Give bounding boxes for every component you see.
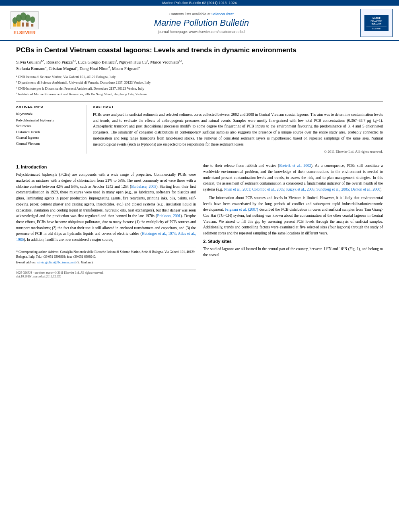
journal-homepage: journal homepage: www.elsevier.com/locat… [43, 30, 360, 34]
elsevier-logo-image [10, 11, 39, 29]
author-romano: Stefania Romano [16, 66, 45, 71]
svg-text:POLLUTION: POLLUTION [371, 20, 383, 22]
sciencedirect-link: Contents lists available at ScienceDirec… [43, 12, 360, 16]
article-info-abstract: ARTICLE INFO Keywords: Polychlorinated b… [16, 105, 383, 154]
copyright: © 2011 Elsevier Ltd. All rights reserved… [93, 150, 383, 154]
affil-c: CNR-Istituto per la Dinamica dei Process… [18, 86, 144, 92]
study-sites-heading: 2. Study sites [203, 239, 383, 244]
doi-line: doi:10.1016/j.marpolbul.2011.02.035 [16, 275, 196, 278]
svg-rect-5 [22, 23, 24, 27]
author-vecchiato: Marco Vecchiato [150, 60, 179, 64]
abstract-text: PCBs were analysed in surficial sediment… [93, 112, 383, 147]
svg-text:MARINE: MARINE [372, 17, 380, 19]
svg-rect-9 [31, 24, 33, 27]
author-piazza: Rossano Piazza [46, 60, 73, 64]
keywords-label: Keywords: [16, 112, 81, 116]
keyword-5: Central Vietnam [16, 141, 81, 146]
keyword-1: Polychlorinated biphenyls [16, 117, 81, 123]
article-info-title: ARTICLE INFO [16, 105, 81, 109]
keyword-2: Sediments [16, 123, 81, 129]
right-para-1: due to their release from rubbish and wa… [203, 163, 383, 193]
svg-rect-7 [26, 23, 29, 27]
footnote-corresponding: * Corresponding author. Address: Consigl… [16, 250, 196, 259]
left-column: 1. Introduction Polychlorinated biphenyl… [16, 163, 196, 278]
affil-b: Dipartimento di Scienze Ambientali, Univ… [18, 80, 151, 86]
authors-line: Silvia Giuliania,*, Rossano Piazzab,c, L… [16, 59, 383, 72]
divider-1 [16, 101, 383, 102]
bottom-bar: 0025-326X/$ - see front matter © 2011 El… [16, 269, 196, 278]
journal-citation-bar: Marine Pollution Bulletin 62 (2011) 1013… [0, 0, 399, 6]
intro-para-1: Polychlorinated biphenyls (PCBs) are com… [16, 172, 196, 243]
author-mugnai: Cristian Mugnai [49, 66, 76, 71]
author-nhon: Dang Hoai Nhon [80, 66, 109, 71]
journal-center-header: Contents lists available at ScienceDirec… [43, 12, 360, 34]
sciencedirect-anchor[interactable]: ScienceDirect [212, 12, 234, 16]
footnote-email: E-mail address: silvia.giuliani@bo.ismar… [16, 260, 196, 265]
mpb-logo: MARINE POLLUTION BULLETIN ELSEVIER [360, 9, 393, 37]
elsevier-logo: ELSEVIER [6, 11, 43, 35]
affil-a: CNR-Istituto di Scienze Marine, Via Gobe… [18, 74, 116, 80]
journal-title: Marine Pollution Bulletin [43, 18, 360, 28]
content-area: PCBs in Central Vietnam coastal lagoons:… [0, 41, 399, 283]
issn-line: 0025-326X/$ - see front matter © 2011 El… [16, 271, 196, 275]
affiliations: a CNR-Istituto di Scienze Marine, Via Go… [16, 74, 383, 97]
right-para-2: The information about PCB sources and le… [203, 195, 383, 236]
journal-citation: Marine Pollution Bulletin 62 (2011) 1013… [162, 1, 237, 5]
svg-point-6 [25, 14, 31, 22]
keyword-4: Coastal lagoons [16, 135, 81, 140]
keyword-3: Historical trends [16, 129, 81, 135]
svg-text:BULLETIN: BULLETIN [372, 23, 382, 25]
article-info-panel: ARTICLE INFO Keywords: Polychlorinated b… [16, 105, 86, 154]
affil-d: Institute of Marine Environment and Reso… [18, 92, 147, 97]
journal-header: ELSEVIER Contents lists available at Sci… [0, 6, 399, 41]
article-title: PCBs in Central Vietnam coastal lagoons:… [16, 46, 383, 55]
divider-2 [16, 157, 383, 157]
right-intro-text: due to their release from rubbish and wa… [203, 163, 383, 236]
author-bellucci: Luca Giorgio Bellucci [78, 60, 116, 64]
author-frignani: Mauro Frignani [112, 66, 138, 71]
intro-heading: 1. Introduction [16, 164, 196, 169]
abstract-title: ABSTRACT [93, 105, 383, 109]
study-sites-para: The studied lagoons are all located in t… [203, 246, 383, 258]
svg-point-8 [30, 16, 35, 23]
abstract-panel: ABSTRACT PCBs were analysed in surficial… [93, 105, 383, 154]
footnotes: * Corresponding author. Address: Consigl… [16, 247, 196, 265]
study-sites-text: The studied lagoons are all located in t… [203, 246, 383, 258]
right-column: due to their release from rubbish and wa… [203, 163, 383, 278]
main-body: 1. Introduction Polychlorinated biphenyl… [16, 163, 383, 278]
svg-text:ELSEVIER: ELSEVIER [372, 28, 380, 30]
elsevier-text: ELSEVIER [14, 30, 35, 35]
author-giuliani: Silvia Giuliani [16, 60, 41, 64]
author-nguyenhuucu: Nguyen Huu Cu [119, 60, 147, 64]
intro-text: Polychlorinated biphenyls (PCBs) are com… [16, 172, 196, 243]
